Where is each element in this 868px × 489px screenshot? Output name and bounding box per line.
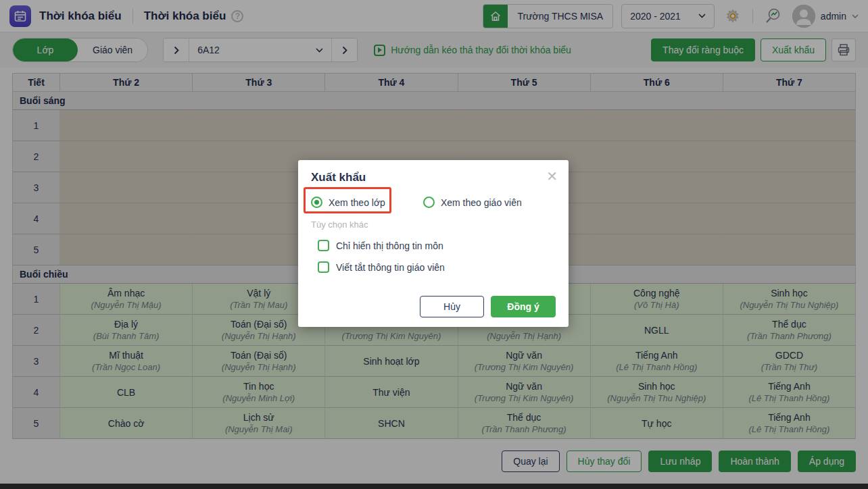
cancel-button[interactable]: Hủy (420, 296, 484, 317)
checkbox-subject-only[interactable]: Chỉ hiển thị thông tin môn (318, 240, 556, 251)
other-options-label: Tùy chọn khác (311, 220, 556, 230)
modal-title: Xuất khẩu (311, 171, 556, 184)
radio-selected-icon (311, 197, 322, 208)
export-modal: Xuất khẩu ✕ Xem theo lớp Xem theo giáo v… (298, 160, 569, 327)
ok-button[interactable]: Đồng ý (491, 296, 556, 317)
checkbox-icon (318, 261, 329, 273)
close-icon[interactable]: ✕ (546, 170, 558, 183)
checkbox-abbrev-teacher-label: Viết tắt thông tin giáo viên (336, 262, 445, 273)
checkbox-subject-only-label: Chỉ hiển thị thông tin môn (336, 240, 443, 251)
radio-unselected-icon (423, 197, 435, 208)
radio-view-by-teacher[interactable]: Xem theo giáo viên (423, 197, 522, 208)
checkbox-icon (318, 240, 329, 251)
radio-view-by-teacher-label: Xem theo giáo viên (441, 197, 522, 208)
radio-view-by-class[interactable]: Xem theo lớp (311, 197, 385, 208)
checkbox-abbrev-teacher[interactable]: Viết tắt thông tin giáo viên (318, 261, 556, 273)
radio-view-by-class-label: Xem theo lớp (329, 197, 385, 208)
